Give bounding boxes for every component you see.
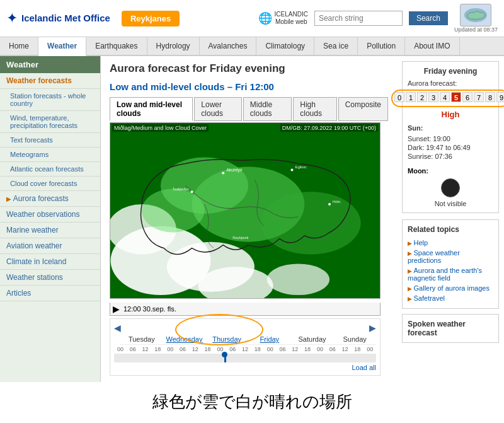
sidebar-item-marine[interactable]: Marine weather: [0, 223, 100, 238]
nav-about-imo[interactable]: About IMO: [405, 37, 459, 55]
related-link-aurora-magnetic[interactable]: Aurora and the earth's magnetic field: [408, 265, 493, 283]
day-thursday[interactable]: Thursday: [205, 335, 248, 343]
nav-pollution[interactable]: Pollution: [358, 37, 405, 55]
aurora-num-3[interactable]: 3: [428, 92, 438, 102]
cloud-tabs: Low and mid-level clouds Lower clouds Mi…: [110, 97, 388, 121]
sun-title: Sun:: [408, 124, 493, 132]
day-wednesday[interactable]: Wednesday: [163, 335, 206, 343]
aurora-num-2[interactable]: 2: [417, 92, 427, 102]
logo-area: ✦ Icelandic Met Office: [6, 10, 110, 26]
aurora-num-7[interactable]: 7: [474, 92, 484, 102]
tab-low-mid-clouds[interactable]: Low and mid-level clouds: [110, 97, 193, 121]
cloud-forecast-title: Low and mid-level clouds – Fri 12:00: [110, 81, 388, 92]
related-link-safetravel[interactable]: Safetravel: [408, 293, 493, 303]
right-panel: Friday evening Aurora forecast: 0 1 2 3 …: [397, 56, 504, 382]
iceland-map-thumbnail: [460, 4, 491, 26]
related-link-space-weather[interactable]: Space weather predictions: [408, 248, 493, 265]
sidebar-item-aurora-forecasts[interactable]: Aurora forecasts: [0, 191, 100, 207]
sunrise-row: Sunrise: 07:36: [408, 152, 493, 161]
sunset-row: Sunset: 19:00: [408, 134, 493, 143]
aurora-num-6[interactable]: 6: [462, 92, 472, 102]
svg-text:Akureyri: Akureyri: [226, 168, 243, 173]
nav-hydrology[interactable]: Hydrology: [147, 37, 200, 55]
tab-lower-clouds[interactable]: Lower clouds: [194, 97, 241, 121]
aurora-num-5[interactable]: 5: [451, 92, 461, 102]
timeline-indicator: [224, 354, 226, 362]
map-time-text: 12:00 30.sep. fls.: [123, 305, 176, 313]
day-sunday[interactable]: Sunday: [333, 335, 376, 343]
day-tuesday[interactable]: Tuesday: [120, 335, 163, 343]
svg-text:Ísafjörður: Ísafjörður: [173, 187, 189, 191]
aurora-num-1[interactable]: 1: [406, 92, 416, 102]
cloud-map-svg: Akureyri Egilsst. Höfn Ísafjörður Reykja…: [110, 123, 380, 298]
dark-row: Dark: 19:47 to 06:49: [408, 143, 493, 152]
related-link-aurora-gallery[interactable]: Gallery of aurora images: [408, 283, 493, 293]
main-layout: Weather Weather forecasts Station foreca…: [0, 56, 504, 382]
prev-arrow[interactable]: ◀: [114, 323, 121, 333]
svg-point-11: [222, 171, 224, 174]
reykjanes-button[interactable]: Reykjanes: [122, 11, 180, 26]
sidebar-item-atlantic-ocean[interactable]: Atlantic ocean forecasts: [0, 162, 100, 177]
sidebar-item-articles[interactable]: Articles: [0, 286, 100, 301]
next-arrow[interactable]: ▶: [369, 323, 376, 333]
day-friday[interactable]: Friday: [248, 335, 291, 343]
main-content: Aurora forecast for Friday evening Low a…: [101, 56, 397, 382]
aurora-forecast-label: Aurora forecast:: [408, 79, 493, 87]
nav-earthquakes[interactable]: Earthquakes: [86, 37, 147, 55]
sidebar-item-text-forecasts[interactable]: Text forecasts: [0, 133, 100, 148]
globe-icon: 🌐: [258, 11, 272, 25]
map-time-bar: ▶ 12:00 30.sep. fls.: [110, 303, 381, 316]
aurora-num-8[interactable]: 8: [485, 92, 495, 102]
svg-text:Höfn: Höfn: [333, 200, 341, 204]
spoken-weather-box[interactable]: Spoken weather forecast: [402, 314, 499, 343]
svg-text:Egilsst.: Egilsst.: [295, 165, 307, 169]
sidebar-item-weather-stations[interactable]: Weather stations: [0, 270, 100, 286]
svg-point-14: [191, 190, 193, 193]
aurora-num-9[interactable]: 9: [496, 92, 504, 102]
nav-climatology[interactable]: Climatology: [256, 37, 314, 55]
nav-weather[interactable]: Weather: [38, 37, 86, 56]
search-input[interactable]: [314, 11, 403, 26]
timeline-container: ◀ ▶ Tuesday Wednesday Thursday Friday Sa…: [110, 318, 381, 376]
related-topics-title: Related topics: [408, 225, 493, 234]
related-link-help[interactable]: Help: [408, 238, 493, 248]
search-button[interactable]: Search: [409, 11, 448, 25]
japanese-caption: 緑色が雲で白が晴れの場所: [0, 382, 504, 415]
aurora-num-0[interactable]: 0: [394, 92, 404, 102]
language-text: ICELANDIC Mobile web: [275, 11, 308, 26]
aurora-high-label: High: [408, 110, 493, 119]
language-area: 🌐 ICELANDIC Mobile web: [258, 11, 308, 26]
weather-map: Miðlag/Medium and low Cloud Cover DM/GB:…: [110, 122, 381, 299]
svg-point-10: [142, 188, 204, 233]
timeline-bar[interactable]: [114, 354, 376, 362]
tab-middle-clouds[interactable]: Middle clouds: [243, 97, 292, 121]
friday-evening-title: Friday evening: [408, 67, 493, 76]
nav-avalanches[interactable]: Avalanches: [200, 37, 257, 55]
sidebar-item-weather-observations[interactable]: Weather observations: [0, 207, 100, 223]
navigation-bar: Home Weather Earthquakes Hydrology Avala…: [0, 37, 504, 56]
sun-section: Sun: Sunset: 19:00 Dark: 19:47 to 06:49 …: [408, 124, 493, 161]
svg-point-13: [328, 203, 331, 206]
nav-sea-ice[interactable]: Sea ice: [314, 37, 358, 55]
nav-home[interactable]: Home: [0, 37, 38, 55]
moon-section: Moon: Not visible: [408, 167, 493, 207]
tab-composite[interactable]: Composite: [338, 97, 388, 121]
aurora-num-4[interactable]: 4: [440, 92, 450, 102]
svg-point-12: [290, 168, 293, 171]
moon-circle: [441, 178, 460, 197]
play-icon[interactable]: ▶: [113, 304, 120, 314]
map-label-left: Miðlag/Medium and low Cloud Cover: [112, 124, 209, 132]
sidebar-item-wind-temp[interactable]: Wind, temperature, precipitation forecas…: [0, 111, 100, 133]
sidebar-item-meteograms[interactable]: Meteograms: [0, 148, 100, 162]
svg-point-9: [261, 192, 361, 254]
day-saturday[interactable]: Saturday: [291, 335, 334, 343]
load-all-link[interactable]: Load all: [114, 362, 376, 373]
sidebar-item-weather-forecasts[interactable]: Weather forecasts: [0, 73, 100, 89]
svg-point-6: [267, 264, 329, 295]
sidebar-item-station-forecasts[interactable]: Station forecasts - whole country: [0, 89, 100, 111]
tab-high-clouds[interactable]: High clouds: [293, 97, 336, 121]
sidebar-item-climate[interactable]: Climate in Iceland: [0, 254, 100, 270]
days-row: Tuesday Wednesday Thursday Friday Saturd…: [120, 334, 376, 345]
sidebar-item-cloud-cover[interactable]: Cloud cover forecasts: [0, 177, 100, 191]
sidebar-item-aviation[interactable]: Aviation weather: [0, 238, 100, 254]
